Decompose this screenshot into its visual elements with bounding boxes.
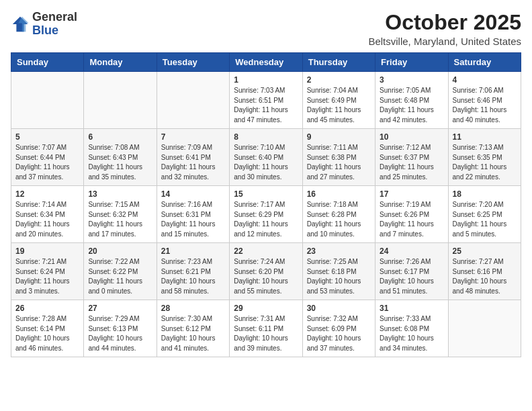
day-number: 14 bbox=[161, 189, 225, 199]
day-info: Sunrise: 7:22 AM Sunset: 6:22 PM Dayligh… bbox=[88, 257, 152, 296]
day-info: Sunrise: 7:20 AM Sunset: 6:25 PM Dayligh… bbox=[453, 200, 517, 239]
day-number: 13 bbox=[88, 189, 152, 199]
calendar-week-2: 5Sunrise: 7:07 AM Sunset: 6:44 PM Daylig… bbox=[11, 129, 521, 186]
day-number: 3 bbox=[380, 75, 443, 85]
table-row: 29Sunrise: 7:31 AM Sunset: 6:11 PM Dayli… bbox=[230, 300, 302, 357]
header-tuesday: Tuesday bbox=[157, 53, 229, 72]
day-info: Sunrise: 7:10 AM Sunset: 6:40 PM Dayligh… bbox=[234, 143, 298, 182]
day-number: 30 bbox=[307, 304, 371, 313]
day-info: Sunrise: 7:17 AM Sunset: 6:29 PM Dayligh… bbox=[234, 200, 298, 239]
day-number: 24 bbox=[380, 246, 443, 256]
day-number: 5 bbox=[15, 132, 79, 142]
day-info: Sunrise: 7:05 AM Sunset: 6:48 PM Dayligh… bbox=[380, 86, 443, 125]
logo: General Blue bbox=[11, 11, 77, 38]
table-row: 16Sunrise: 7:18 AM Sunset: 6:28 PM Dayli… bbox=[302, 186, 375, 243]
day-info: Sunrise: 7:19 AM Sunset: 6:26 PM Dayligh… bbox=[380, 200, 443, 239]
title-area: October 2025 Beltsville, Maryland, Unite… bbox=[368, 11, 521, 47]
logo-text: General Blue bbox=[32, 11, 77, 38]
day-number: 12 bbox=[15, 189, 79, 199]
day-info: Sunrise: 7:11 AM Sunset: 6:38 PM Dayligh… bbox=[307, 143, 371, 182]
table-row: 31Sunrise: 7:33 AM Sunset: 6:08 PM Dayli… bbox=[375, 300, 448, 357]
table-row: 5Sunrise: 7:07 AM Sunset: 6:44 PM Daylig… bbox=[11, 129, 84, 186]
logo-general: General bbox=[32, 10, 77, 24]
day-info: Sunrise: 7:24 AM Sunset: 6:20 PM Dayligh… bbox=[234, 257, 298, 296]
day-info: Sunrise: 7:27 AM Sunset: 6:16 PM Dayligh… bbox=[453, 257, 517, 296]
table-row: 20Sunrise: 7:22 AM Sunset: 6:22 PM Dayli… bbox=[84, 243, 157, 300]
day-number: 28 bbox=[161, 304, 225, 313]
table-row: 2Sunrise: 7:04 AM Sunset: 6:49 PM Daylig… bbox=[302, 72, 375, 129]
table-row: 3Sunrise: 7:05 AM Sunset: 6:48 PM Daylig… bbox=[375, 72, 448, 129]
table-row: 6Sunrise: 7:08 AM Sunset: 6:43 PM Daylig… bbox=[84, 129, 157, 186]
header-monday: Monday bbox=[84, 53, 157, 72]
logo-icon bbox=[11, 15, 30, 34]
day-number: 23 bbox=[307, 246, 371, 256]
header-wednesday: Wednesday bbox=[230, 53, 302, 72]
day-number: 27 bbox=[88, 304, 152, 313]
table-row: 17Sunrise: 7:19 AM Sunset: 6:26 PM Dayli… bbox=[375, 186, 448, 243]
table-row: 24Sunrise: 7:26 AM Sunset: 6:17 PM Dayli… bbox=[375, 243, 448, 300]
day-info: Sunrise: 7:32 AM Sunset: 6:09 PM Dayligh… bbox=[307, 314, 371, 353]
day-number: 6 bbox=[88, 132, 152, 142]
day-number: 7 bbox=[161, 132, 225, 142]
page-container: General Blue October 2025 Beltsville, Ma… bbox=[11, 11, 521, 357]
table-row bbox=[11, 72, 84, 129]
day-number: 31 bbox=[380, 304, 443, 313]
day-number: 2 bbox=[307, 75, 371, 85]
day-info: Sunrise: 7:07 AM Sunset: 6:44 PM Dayligh… bbox=[15, 143, 79, 182]
table-row: 18Sunrise: 7:20 AM Sunset: 6:25 PM Dayli… bbox=[448, 186, 521, 243]
table-row: 27Sunrise: 7:29 AM Sunset: 6:13 PM Dayli… bbox=[84, 300, 157, 357]
day-number: 16 bbox=[307, 189, 371, 199]
day-info: Sunrise: 7:08 AM Sunset: 6:43 PM Dayligh… bbox=[88, 143, 152, 182]
day-number: 15 bbox=[234, 189, 298, 199]
day-number: 29 bbox=[234, 304, 298, 313]
day-info: Sunrise: 7:33 AM Sunset: 6:08 PM Dayligh… bbox=[380, 314, 443, 353]
header-saturday: Saturday bbox=[448, 53, 521, 72]
table-row: 28Sunrise: 7:30 AM Sunset: 6:12 PM Dayli… bbox=[157, 300, 229, 357]
day-info: Sunrise: 7:09 AM Sunset: 6:41 PM Dayligh… bbox=[161, 143, 225, 182]
table-row: 10Sunrise: 7:12 AM Sunset: 6:37 PM Dayli… bbox=[375, 129, 448, 186]
table-row: 21Sunrise: 7:23 AM Sunset: 6:21 PM Dayli… bbox=[157, 243, 229, 300]
calendar-header-row: Sunday Monday Tuesday Wednesday Thursday… bbox=[11, 53, 521, 72]
table-row: 8Sunrise: 7:10 AM Sunset: 6:40 PM Daylig… bbox=[230, 129, 302, 186]
header: General Blue October 2025 Beltsville, Ma… bbox=[11, 11, 521, 47]
table-row: 25Sunrise: 7:27 AM Sunset: 6:16 PM Dayli… bbox=[448, 243, 521, 300]
table-row: 22Sunrise: 7:24 AM Sunset: 6:20 PM Dayli… bbox=[230, 243, 302, 300]
table-row: 1Sunrise: 7:03 AM Sunset: 6:51 PM Daylig… bbox=[230, 72, 302, 129]
day-info: Sunrise: 7:30 AM Sunset: 6:12 PM Dayligh… bbox=[161, 314, 225, 353]
table-row: 7Sunrise: 7:09 AM Sunset: 6:41 PM Daylig… bbox=[157, 129, 229, 186]
day-info: Sunrise: 7:25 AM Sunset: 6:18 PM Dayligh… bbox=[307, 257, 371, 296]
calendar-week-5: 26Sunrise: 7:28 AM Sunset: 6:14 PM Dayli… bbox=[11, 300, 521, 357]
day-number: 11 bbox=[453, 132, 517, 142]
day-number: 8 bbox=[234, 132, 298, 142]
calendar-week-1: 1Sunrise: 7:03 AM Sunset: 6:51 PM Daylig… bbox=[11, 72, 521, 129]
day-number: 17 bbox=[380, 189, 443, 199]
day-info: Sunrise: 7:26 AM Sunset: 6:17 PM Dayligh… bbox=[380, 257, 443, 296]
header-thursday: Thursday bbox=[302, 53, 375, 72]
day-number: 21 bbox=[161, 246, 225, 256]
day-number: 4 bbox=[453, 75, 517, 85]
table-row: 26Sunrise: 7:28 AM Sunset: 6:14 PM Dayli… bbox=[11, 300, 84, 357]
logo-blue: Blue bbox=[32, 24, 58, 37]
day-number: 26 bbox=[15, 304, 79, 313]
month-title: October 2025 bbox=[368, 11, 521, 34]
day-info: Sunrise: 7:04 AM Sunset: 6:49 PM Dayligh… bbox=[307, 86, 371, 125]
header-friday: Friday bbox=[375, 53, 448, 72]
table-row: 15Sunrise: 7:17 AM Sunset: 6:29 PM Dayli… bbox=[230, 186, 302, 243]
table-row bbox=[84, 72, 157, 129]
table-row: 23Sunrise: 7:25 AM Sunset: 6:18 PM Dayli… bbox=[302, 243, 375, 300]
day-info: Sunrise: 7:03 AM Sunset: 6:51 PM Dayligh… bbox=[234, 86, 298, 125]
table-row: 12Sunrise: 7:14 AM Sunset: 6:34 PM Dayli… bbox=[11, 186, 84, 243]
day-info: Sunrise: 7:29 AM Sunset: 6:13 PM Dayligh… bbox=[88, 314, 152, 353]
day-info: Sunrise: 7:16 AM Sunset: 6:31 PM Dayligh… bbox=[161, 200, 225, 239]
location-title: Beltsville, Maryland, United States bbox=[368, 36, 521, 47]
table-row bbox=[448, 300, 521, 357]
header-sunday: Sunday bbox=[11, 53, 84, 72]
day-number: 10 bbox=[380, 132, 443, 142]
day-info: Sunrise: 7:21 AM Sunset: 6:24 PM Dayligh… bbox=[15, 257, 79, 296]
table-row bbox=[157, 72, 229, 129]
day-number: 25 bbox=[453, 246, 517, 256]
table-row: 4Sunrise: 7:06 AM Sunset: 6:46 PM Daylig… bbox=[448, 72, 521, 129]
calendar-table: Sunday Monday Tuesday Wednesday Thursday… bbox=[11, 52, 521, 357]
day-info: Sunrise: 7:15 AM Sunset: 6:32 PM Dayligh… bbox=[88, 200, 152, 239]
table-row: 30Sunrise: 7:32 AM Sunset: 6:09 PM Dayli… bbox=[302, 300, 375, 357]
